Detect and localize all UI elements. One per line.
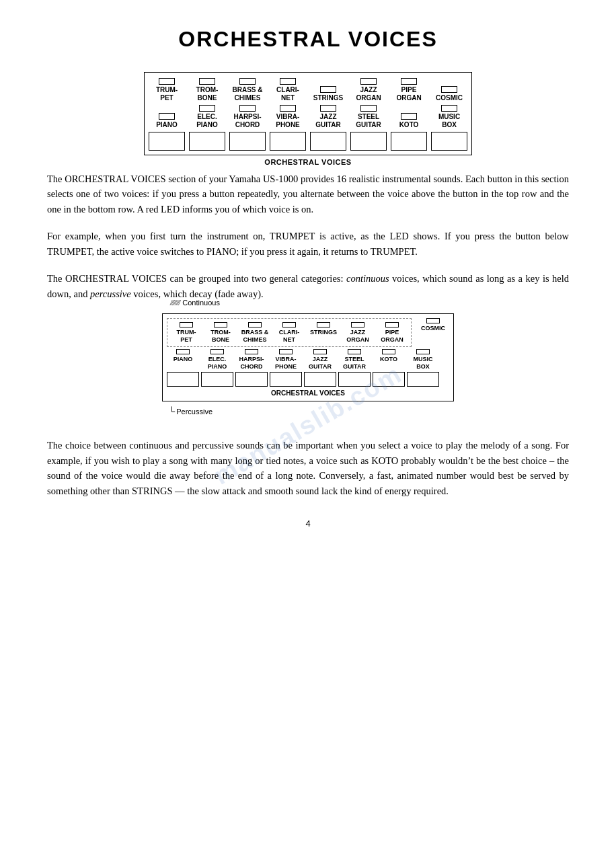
paragraph-3: The ORCHESTRAL VOICES can be grouped int…	[47, 271, 569, 301]
voice-panel-box: TRUM-PET TROM-BONE BRASS &CHIMES CLARI-N…	[144, 72, 472, 155]
voice-item-vibraphone: VIBRA-PHONE	[270, 105, 306, 129]
d-led-jazz-organ	[351, 322, 364, 327]
btn-trombone[interactable]	[189, 132, 225, 151]
diagram-container: //////// Continuous TRUM-PET TROM-BONE	[47, 313, 569, 401]
d-led-trombone	[214, 322, 227, 327]
d-voice-elec-piano: ELEC.PIANO	[201, 349, 233, 371]
d-voice-jazz-guitar: JAZZGUITAR	[304, 349, 336, 371]
voice-item-music-box: MUSICBOX	[431, 105, 467, 129]
d-label-music-box: MUSICBOX	[414, 356, 433, 371]
d-led-elec-piano	[210, 349, 224, 354]
paragraph-2: For example, when you first turn the ins…	[47, 229, 569, 259]
d-voice-harpsichord: HARPSI-CHORD	[235, 349, 268, 371]
diagram-panel-label: ORCHESTRAL VOICES	[167, 389, 449, 397]
d-led-jazz-guitar	[313, 349, 327, 354]
led-music-box	[441, 105, 457, 112]
d-voice-pipe-organ: PIPEORGAN	[376, 322, 408, 344]
d-btn-2[interactable]	[201, 372, 233, 387]
continuous-dashed-box: TRUM-PET TROM-BONE BRASS &CHIMES CL	[167, 318, 412, 347]
voice-row-1: TRUM-PET TROM-BONE BRASS &CHIMES CLARI-N…	[149, 78, 467, 102]
d-led-strings	[317, 322, 330, 327]
d-label-brass-chimes: BRASS &CHIMES	[241, 329, 269, 344]
label-koto: KOTO	[399, 121, 419, 129]
d-voice-strings: STRINGS	[307, 322, 340, 344]
continuous-label: //////// Continuous	[170, 299, 220, 307]
led-steel-guitar	[360, 105, 377, 112]
d-btn-4[interactable]	[270, 372, 302, 387]
d-voice-music-box: MUSICBOX	[407, 349, 439, 371]
voice-item-jazz-organ: JAZZORGAN	[350, 78, 387, 102]
voice-item-trombone: TROM-BONE	[189, 78, 225, 102]
led-koto	[401, 113, 417, 120]
led-brass-chimes	[239, 78, 256, 85]
d-label-elec-piano: ELEC.PIANO	[208, 356, 227, 371]
voice-item-elec-piano: ELEC.PIANO	[189, 105, 225, 129]
d-led-piano	[176, 349, 190, 354]
btn-jazz-organ[interactable]	[350, 132, 387, 151]
btn-trumpet[interactable]	[149, 132, 185, 151]
led-piano	[159, 113, 175, 120]
d-led-clarinet	[282, 322, 296, 327]
d-btn-7[interactable]	[373, 372, 405, 387]
voice-item-pipe-organ: PIPEORGAN	[391, 78, 427, 102]
d-label-cosmic: COSMIC	[421, 325, 445, 332]
percussive-label: └ Percussive	[169, 406, 213, 416]
d-led-pipe-organ	[385, 322, 399, 327]
led-vibraphone	[280, 105, 296, 112]
page-number: 4	[47, 518, 569, 529]
diagram-row1-inner: TRUM-PET TROM-BONE BRASS &CHIMES CL	[170, 322, 408, 344]
voice-item-clarinet: CLARI-NET	[270, 78, 306, 102]
label-brass-chimes: BRASS &CHIMES	[232, 86, 262, 102]
d-btn-6[interactable]	[338, 372, 371, 387]
d-voice-vibraphone: VIBRA-PHONE	[270, 349, 302, 371]
voice-item-strings: STRINGS	[310, 86, 346, 102]
d-label-jazz-guitar: JAZZGUITAR	[309, 356, 332, 371]
voice-item-harpsichord: HARPSI-CHORD	[229, 105, 266, 129]
d-btn-3[interactable]	[235, 372, 268, 387]
label-vibraphone: VIBRA-PHONE	[276, 113, 300, 129]
btn-cosmic[interactable]	[431, 132, 467, 151]
label-jazz-organ: JAZZORGAN	[356, 86, 381, 102]
led-clarinet	[280, 78, 296, 85]
d-btn-1[interactable]	[167, 372, 199, 387]
diagram-row2: PIANO ELEC.PIANO HARPSI-CHORD VIBRA-PHON…	[167, 349, 449, 371]
label-steel-guitar: STEELGUITAR	[356, 113, 381, 129]
d-led-cosmic	[426, 318, 440, 323]
voice-item-brass-chimes: BRASS &CHIMES	[229, 78, 266, 102]
d-btn-8[interactable]	[407, 372, 439, 387]
d-label-clarinet: CLARI-NET	[279, 329, 300, 344]
d-label-steel-guitar: STEELGUITAR	[343, 356, 366, 371]
btn-clarinet[interactable]	[270, 132, 306, 151]
btn-pipe-organ[interactable]	[391, 132, 427, 151]
d-voice-jazz-organ: JAZZORGAN	[342, 322, 374, 344]
led-jazz-guitar	[320, 105, 336, 112]
paragraph-1: The ORCHESTRAL VOICES section of your Ya…	[47, 171, 569, 217]
d-voice-cosmic: COSMIC	[417, 318, 449, 332]
voice-item-piano: PIANO	[149, 113, 185, 129]
paragraph-4: The choice between continuous and percus…	[47, 438, 569, 498]
d-btn-5[interactable]	[304, 372, 336, 387]
panel-label-top: ORCHESTRAL VOICES	[144, 158, 472, 166]
d-led-brass-chimes	[248, 322, 262, 327]
diagram-top-section: TRUM-PET TROM-BONE BRASS &CHIMES CL	[167, 318, 449, 347]
d-led-music-box	[416, 349, 430, 354]
led-pipe-organ	[401, 78, 417, 85]
d-voice-brass-chimes: BRASS &CHIMES	[239, 322, 271, 344]
d-led-koto	[382, 349, 395, 354]
d-led-vibraphone	[279, 349, 293, 354]
d-voice-piano: PIANO	[167, 349, 199, 371]
btn-brass-chimes[interactable]	[229, 132, 266, 151]
led-trombone	[199, 78, 215, 85]
voice-item-trumpet: TRUM-PET	[149, 78, 185, 102]
label-music-box: MUSICBOX	[438, 113, 460, 129]
voice-item-cosmic: COSMIC	[431, 86, 467, 102]
label-harpsichord: HARPSI-CHORD	[233, 113, 261, 129]
led-harpsichord	[239, 105, 256, 112]
label-clarinet: CLARI-NET	[276, 86, 299, 102]
d-label-koto: KOTO	[380, 356, 397, 363]
label-strings: STRINGS	[313, 94, 343, 102]
led-trumpet	[159, 78, 175, 85]
btn-strings[interactable]	[310, 132, 346, 151]
top-voice-panel: TRUM-PET TROM-BONE BRASS &CHIMES CLARI-N…	[47, 72, 569, 166]
d-label-piano: PIANO	[174, 356, 193, 363]
